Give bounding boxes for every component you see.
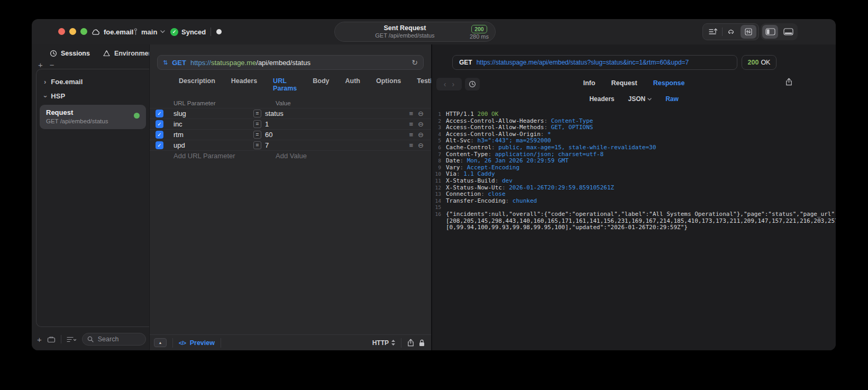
protocol-selector[interactable]: HTTP — [372, 339, 395, 347]
request-tab-options[interactable]: Options — [376, 77, 401, 92]
share-icon[interactable] — [407, 339, 414, 347]
remove-param-icon[interactable]: ⊖ — [418, 110, 424, 117]
response-subtab-headers[interactable]: Headers — [589, 95, 614, 103]
request-status-dot — [134, 113, 140, 119]
git-branch-icon — [133, 28, 138, 36]
titlebar-icon-separator — [722, 28, 723, 36]
preview-label: Preview — [190, 339, 215, 347]
minimize-window-button[interactable] — [69, 28, 76, 35]
column-header-value: Value — [253, 100, 401, 106]
url-path: /api/embed/status — [256, 59, 310, 67]
code-icon: </> — [179, 340, 186, 346]
toggle-bottom-panel-icon[interactable] — [780, 25, 796, 39]
preview-button[interactable]: </> Preview — [179, 339, 215, 347]
remove-param-icon[interactable]: ⊖ — [418, 131, 424, 139]
request-summary-pill[interactable]: Sent Request GET /api/embed/status 200 2… — [334, 22, 496, 42]
search-input[interactable] — [97, 335, 141, 343]
response-tab-request[interactable]: Request — [611, 79, 637, 87]
drag-handle-icon[interactable]: ≡ — [409, 141, 414, 149]
new-folder-icon[interactable] — [47, 336, 56, 343]
response-tab-info[interactable]: Info — [583, 79, 596, 87]
line-number: 10 — [432, 171, 446, 178]
param-value[interactable]: 60 — [265, 131, 272, 139]
collapse-panel-button[interactable]: ▲ — [154, 338, 167, 347]
response-subtab-label: Headers — [589, 95, 614, 103]
request-tab-body[interactable]: Body — [313, 77, 329, 92]
remove-session-button[interactable]: − — [50, 61, 54, 69]
param-enabled-checkbox[interactable]: ✓ — [156, 110, 163, 117]
import-export-icon[interactable] — [705, 25, 721, 39]
request-tab-headers[interactable]: Headers — [231, 77, 257, 92]
request-tab-auth[interactable]: Auth — [345, 77, 360, 92]
request-list-item-selected[interactable]: Request GET /api/embed/status — [40, 105, 146, 129]
project-menu[interactable]: foe.email — [91, 26, 133, 38]
disclosure-collapsed-icon[interactable]: › — [44, 79, 46, 85]
sort-list-icon[interactable] — [67, 337, 77, 342]
line-number: 12 — [432, 185, 446, 192]
branch-selector[interactable]: main — [133, 26, 165, 38]
toggle-left-sidebar-icon[interactable] — [762, 25, 778, 39]
add-param-row[interactable]: Add URL Parameter Add Value — [150, 150, 431, 161]
response-status-code: 200 — [748, 59, 759, 66]
unsaved-indicator-dot — [216, 29, 222, 34]
sync-status[interactable]: ✓ Synced — [170, 26, 206, 38]
swap-panels-icon[interactable] — [741, 25, 756, 39]
drag-handle-icon[interactable]: ≡ — [409, 110, 414, 117]
close-window-button[interactable] — [58, 28, 65, 35]
add-session-button[interactable]: + — [38, 61, 43, 69]
response-subtab-json[interactable]: JSON — [628, 95, 652, 103]
param-enabled-checkbox[interactable]: ✓ — [156, 141, 163, 149]
sent-request-url-box[interactable]: GET https://statuspage.me/api/embed/stat… — [452, 55, 737, 70]
request-tab-description[interactable]: Description — [179, 77, 215, 92]
tab-sessions[interactable]: Sessions — [50, 50, 90, 57]
param-name[interactable]: rtm — [170, 131, 253, 139]
param-name[interactable]: upd — [170, 141, 253, 149]
header-value: dev — [502, 177, 513, 184]
params-table-header: URL Parameter Value — [150, 98, 431, 108]
line-number: 9 — [432, 165, 446, 171]
drag-handle-icon[interactable]: ≡ — [409, 120, 414, 128]
add-param-name-placeholder[interactable]: Add URL Parameter — [170, 152, 253, 160]
add-param-value-placeholder[interactable]: Add Value — [253, 152, 401, 160]
header-value: Content-Type — [551, 117, 593, 124]
sidebar-footer-separator — [61, 335, 61, 343]
add-request-button[interactable]: + — [37, 335, 42, 344]
request-url[interactable]: https://statuspage.me/api/embed/status — [190, 59, 407, 67]
param-name[interactable]: inc — [170, 120, 253, 128]
header-name: Access-Control-Allow-Methods — [446, 124, 544, 131]
method-switcher-icon[interactable]: ⇅ — [163, 59, 168, 66]
raw-response-view[interactable]: 1HTTP/1.1 200 OK2Access-Control-Allow-He… — [432, 108, 836, 350]
remove-param-icon[interactable]: ⊖ — [418, 120, 424, 128]
sidebar-search-field[interactable] — [82, 333, 146, 346]
remove-param-icon[interactable]: ⊖ — [418, 141, 424, 149]
param-enabled-checkbox[interactable]: ✓ — [156, 120, 163, 128]
tree-item-hsp[interactable]: › HSP — [36, 89, 149, 103]
tree-item-foe-email[interactable]: › Foe.email — [36, 75, 149, 89]
param-name[interactable]: slug — [170, 110, 253, 117]
sync-loop-icon[interactable] — [724, 25, 739, 39]
param-value[interactable]: 7 — [265, 141, 269, 149]
project-name: foe.email — [104, 28, 133, 36]
param-enabled-checkbox[interactable]: ✓ — [156, 131, 163, 139]
request-tab-url-params[interactable]: URL Params — [273, 77, 297, 92]
sidebar-footer: + — [37, 332, 146, 346]
response-tab-response[interactable]: Response — [653, 79, 685, 87]
line-number: 16 — [432, 211, 446, 218]
header-value: close — [488, 191, 505, 197]
line-number: 1 — [432, 111, 446, 118]
export-response-button[interactable] — [785, 78, 792, 86]
request-url-bar[interactable]: ⇅ GET https://statuspage.me/api/embed/st… — [157, 55, 424, 70]
response-status-text: OK — [761, 59, 770, 66]
lock-icon[interactable] — [419, 339, 425, 347]
header-name: Via — [446, 170, 456, 177]
disclosure-expanded-icon[interactable]: › — [43, 95, 48, 97]
param-value[interactable]: 1 — [265, 120, 269, 128]
resend-request-icon[interactable]: ↻ — [412, 58, 418, 67]
drag-handle-icon[interactable]: ≡ — [409, 131, 414, 139]
response-subtab-raw[interactable]: Raw — [665, 95, 679, 103]
sync-check-icon: ✓ — [170, 28, 178, 36]
line-number: 7 — [432, 151, 446, 158]
url-params-table: URL Parameter Value ✓slug=status≡⊖✓inc=1… — [150, 98, 431, 161]
param-value[interactable]: status — [265, 110, 284, 117]
zoom-window-button[interactable] — [80, 28, 87, 35]
